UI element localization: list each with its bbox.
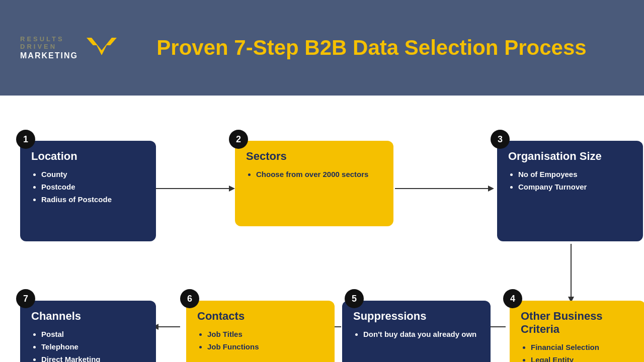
svg-marker-0: [87, 38, 117, 55]
box-other-biz-title: Other Business Criteria: [521, 310, 634, 336]
list-item: Job Functions: [207, 341, 324, 352]
box-channels-list: Postal Telephone Direct Marketing Email: [31, 329, 145, 362]
box-org-size-title: Organisation Size: [508, 150, 632, 163]
step-badge-4: 4: [503, 289, 522, 308]
logo-text: RESULTS DRIVEN MARKETING: [20, 35, 78, 60]
box-contacts-title: Contacts: [197, 310, 324, 323]
list-item: Choose from over 2000 sectors: [256, 169, 382, 179]
box-channels-title: Channels: [31, 310, 145, 323]
box-other-biz: Other Business Criteria Financial Select…: [510, 301, 644, 362]
box-sectors-list: Choose from over 2000 sectors: [246, 169, 382, 179]
box-sectors: Sectors Choose from over 2000 sectors: [235, 141, 393, 226]
box-suppressions-title: Suppressions: [353, 310, 479, 323]
box-other-biz-list: Financial Selection Legal Entity Number …: [521, 342, 634, 362]
step-badge-6: 6: [180, 289, 199, 308]
box-contacts: Contacts Job Titles Job Functions: [186, 301, 335, 362]
box-location: Location County Postcode Radius of Postc…: [20, 141, 156, 241]
list-item: Postcode: [41, 182, 145, 192]
main-content: 1 Location County Postcode Radius of Pos…: [0, 96, 644, 362]
list-item: Legal Entity: [531, 354, 634, 362]
step-badge-2: 2: [229, 130, 248, 149]
list-item: Don't buy data you already own: [363, 329, 479, 339]
svg-marker-5: [488, 186, 494, 192]
logo-results: RESULTS: [20, 35, 78, 43]
logo-marketing: MARKETING: [20, 51, 78, 60]
list-item: No of Empoyees: [518, 169, 632, 179]
box-channels: Channels Postal Telephone Direct Marketi…: [20, 301, 156, 362]
box-contacts-list: Job Titles Job Functions: [197, 329, 324, 352]
logo-driven: DRIVEN: [20, 43, 78, 51]
list-item: Company Turnover: [518, 182, 632, 192]
list-item: Radius of Postcode: [41, 194, 145, 205]
box-org-size-list: No of Empoyees Company Turnover: [508, 169, 632, 192]
step-badge-1: 1: [16, 130, 35, 149]
header: RESULTS DRIVEN MARKETING Proven 7-Step B…: [0, 0, 644, 96]
box-suppressions: Suppressions Don't buy data you already …: [342, 301, 491, 362]
header-title: Proven 7-Step B2B Data Selection Process: [119, 36, 624, 60]
box-org-size: Organisation Size No of Empoyees Company…: [497, 141, 643, 241]
step-badge-7: 7: [16, 289, 35, 308]
list-item: Postal: [41, 329, 145, 339]
svg-marker-3: [229, 186, 235, 192]
box-sectors-title: Sectors: [246, 150, 382, 163]
diagram: 1 Location County Postcode Radius of Pos…: [10, 111, 634, 347]
logo-area: RESULTS DRIVEN MARKETING: [20, 33, 119, 63]
logo-icon: [84, 33, 119, 63]
box-suppressions-list: Don't buy data you already own: [353, 329, 479, 339]
list-item: Telephone: [41, 341, 145, 352]
list-item: County: [41, 169, 145, 179]
list-item: Job Titles: [207, 329, 324, 339]
box-location-list: County Postcode Radius of Postcode: [31, 169, 145, 205]
list-item: Financial Selection: [531, 342, 634, 352]
step-badge-3: 3: [491, 130, 510, 149]
list-item: Direct Marketing: [41, 354, 145, 362]
step-badge-5: 5: [345, 289, 364, 308]
box-location-title: Location: [31, 150, 145, 163]
